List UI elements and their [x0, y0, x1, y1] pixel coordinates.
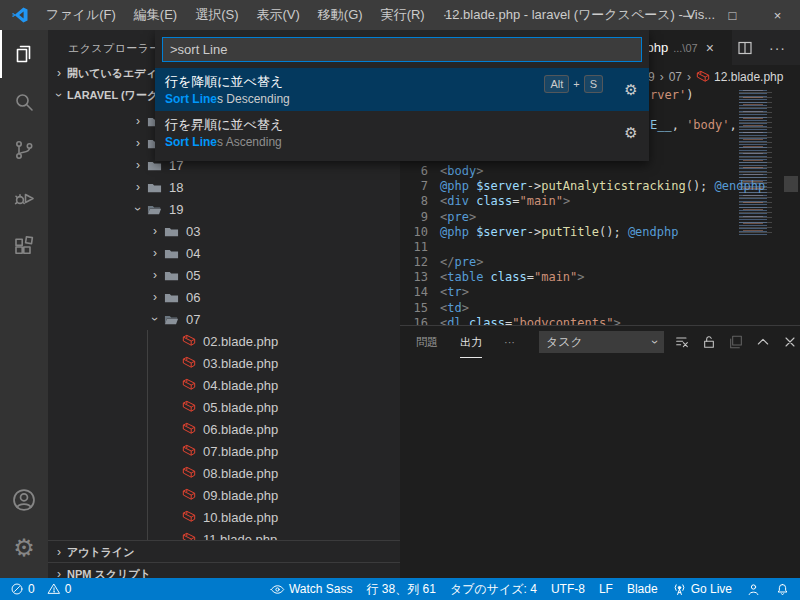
menu-go[interactable]: 移動(G) — [309, 0, 372, 30]
tree-item-label: 04 — [186, 246, 200, 261]
activity-settings-gear[interactable]: ⚙ — [0, 524, 48, 572]
status--38-61[interactable]: 行 38、列 61 — [367, 581, 436, 598]
status-person[interactable] — [746, 582, 761, 597]
tree-file-04.blade.php[interactable]: 04.blade.php — [48, 374, 400, 396]
search-icon — [12, 90, 36, 114]
menu-view[interactable]: 表示(V) — [248, 0, 309, 30]
vscode-logo-icon — [11, 6, 29, 24]
status-0[interactable]: 0 — [47, 582, 72, 596]
status-utf-8[interactable]: UTF-8 — [551, 582, 585, 596]
panel-tab-問題[interactable]: 問題 — [416, 326, 438, 358]
status-bar: 00 Watch Sass行 38、列 61タブのサイズ: 4UTF-8LFBl… — [0, 578, 800, 600]
menu-bar: ファイル(F)編集(E)選択(S)表示(V)移動(G)実行(R)··· — [37, 0, 465, 30]
tree-item-label: 03 — [186, 224, 200, 239]
close-tab-icon[interactable]: × — [706, 40, 714, 56]
status-label: 行 38、列 61 — [367, 581, 436, 598]
source-control-icon — [12, 138, 36, 162]
tree-file-09.blade.php[interactable]: 09.blade.php — [48, 484, 400, 506]
folder-icon — [146, 201, 163, 217]
close-window-button[interactable]: × — [755, 0, 800, 30]
activity-search[interactable] — [0, 78, 48, 126]
palette-item-subtitle: Sort Lines Ascending — [165, 134, 619, 151]
line-number: 16 — [400, 316, 428, 325]
clear-output-icon[interactable] — [674, 334, 690, 350]
command-input[interactable] — [162, 37, 642, 62]
minimap[interactable] — [737, 90, 777, 236]
tree-file-10.blade.php[interactable]: 10.blade.php — [48, 506, 400, 528]
maximize-panel-icon[interactable] — [755, 334, 771, 350]
palette-item-title: 行を降順に並べ替え — [165, 72, 544, 91]
title-bar: ファイル(F)編集(E)選択(S)表示(V)移動(G)実行(R)··· 12.b… — [0, 0, 800, 30]
status--4[interactable]: タブのサイズ: 4 — [450, 581, 537, 598]
code-line-11: 11 — [400, 240, 800, 255]
tree-folder-06[interactable]: ›06 — [48, 286, 400, 308]
line-number: 9 — [400, 210, 428, 225]
palette-item-1[interactable]: 行を昇順に並べ替えSort Lines Ascending⚙ — [155, 111, 649, 154]
activity-account[interactable] — [0, 476, 48, 524]
activity-explorer[interactable] — [0, 30, 48, 78]
folder-icon — [163, 311, 180, 327]
status-watch-sass[interactable]: Watch Sass — [270, 582, 353, 597]
breadcrumb-separator: › — [660, 70, 664, 84]
status-0[interactable]: 0 — [10, 582, 35, 596]
line-number: 6 — [400, 164, 428, 179]
code-text: <body> — [428, 164, 483, 179]
line-number: 15 — [400, 301, 428, 316]
open-in-editor-icon[interactable] — [728, 334, 744, 350]
status-go-live[interactable]: Go Live — [672, 582, 732, 597]
command-palette: 行を降順に並べ替えSort Lines DescendingAlt+S⚙行を昇順… — [155, 30, 649, 161]
section-outline[interactable]: › アウトライン — [48, 540, 400, 563]
output-channel-dropdown[interactable]: タスク › — [539, 331, 664, 353]
tree-folder-03[interactable]: ›03 — [48, 220, 400, 242]
palette-item-0[interactable]: 行を降順に並べ替えSort Lines DescendingAlt+S⚙ — [155, 68, 649, 111]
configure-keybinding-gear-icon[interactable]: ⚙ — [619, 81, 643, 99]
unlock-icon[interactable] — [701, 334, 717, 350]
tree-folder-19[interactable]: ›19 — [48, 198, 400, 220]
laravel-file-icon — [180, 377, 197, 393]
editor-scrollbar[interactable] — [784, 176, 798, 192]
chevron-right-icon: › — [51, 545, 67, 559]
breadcrumb-item[interactable]: 07 — [669, 70, 682, 84]
status-bell[interactable] — [775, 582, 790, 597]
panel-tab-出力[interactable]: 出力 — [460, 326, 482, 358]
tree-file-06.blade.php[interactable]: 06.blade.php — [48, 418, 400, 440]
code-text: <div class="main"> — [428, 194, 570, 209]
minimize-button[interactable]: ─ — [665, 0, 710, 30]
tree-file-02.blade.php[interactable]: 02.blade.php — [48, 330, 400, 352]
tree-folder-07[interactable]: ›07 — [48, 308, 400, 330]
tree-file-05.blade.php[interactable]: 05.blade.php — [48, 396, 400, 418]
activity-run-debug[interactable] — [0, 174, 48, 222]
tree-item-label: 07 — [186, 312, 200, 327]
close-panel-icon[interactable] — [782, 334, 798, 350]
tree-folder-05[interactable]: ›05 — [48, 264, 400, 286]
menu-selection[interactable]: 選択(S) — [186, 0, 247, 30]
tree-file-03.blade.php[interactable]: 03.blade.php — [48, 352, 400, 374]
activity-extensions[interactable] — [0, 222, 48, 270]
breadcrumb-item[interactable]: 9 — [648, 70, 655, 84]
tree-file-07.blade.php[interactable]: 07.blade.php — [48, 440, 400, 462]
tree-folder-18[interactable]: ›18 — [48, 176, 400, 198]
person-icon — [746, 582, 761, 597]
status-blade[interactable]: Blade — [627, 582, 658, 596]
activity-source-control[interactable] — [0, 126, 48, 174]
configure-keybinding-gear-icon[interactable]: ⚙ — [619, 124, 643, 142]
split-editor-icon[interactable] — [737, 40, 753, 56]
status-label: Watch Sass — [289, 582, 353, 596]
menu-run[interactable]: 実行(R) — [372, 0, 434, 30]
line-number: 12 — [400, 255, 428, 270]
maximize-button[interactable]: □ — [710, 0, 755, 30]
section-npm-scripts[interactable]: › NPM スクリプト — [48, 562, 400, 578]
laravel-file-icon — [180, 355, 197, 371]
code-text: </pre> — [428, 255, 483, 270]
status-lf[interactable]: LF — [599, 582, 613, 596]
eye-icon — [270, 582, 285, 597]
menu-file[interactable]: ファイル(F) — [37, 0, 125, 30]
panel-tab-···[interactable]: ··· — [504, 326, 515, 358]
breadcrumb-item[interactable]: 12.blade.php — [696, 70, 783, 84]
tree-file-08.blade.php[interactable]: 08.blade.php — [48, 462, 400, 484]
tree-item-label: 02.blade.php — [203, 334, 278, 349]
more-actions-icon[interactable]: ··· — [769, 40, 786, 56]
tree-folder-04[interactable]: ›04 — [48, 242, 400, 264]
laravel-file-icon — [180, 443, 197, 459]
menu-edit[interactable]: 編集(E) — [125, 0, 186, 30]
